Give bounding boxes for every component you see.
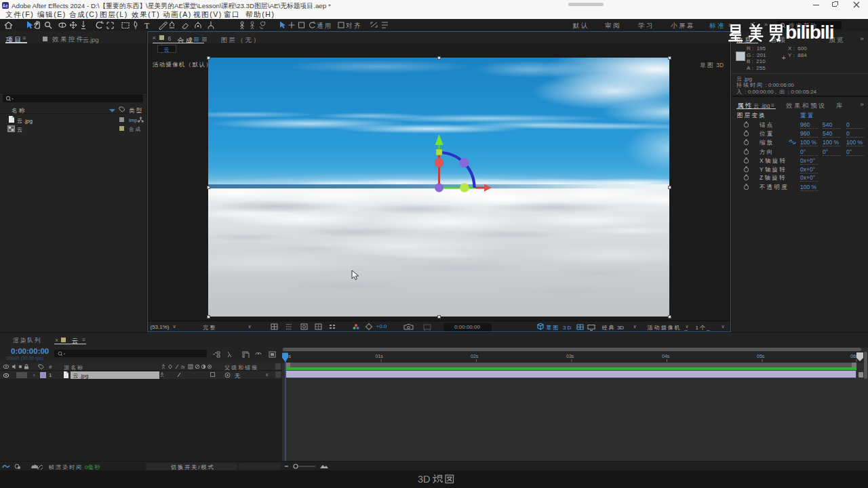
svg-text:T: T (144, 21, 150, 30)
svg-text:fx: fx (181, 365, 185, 369)
